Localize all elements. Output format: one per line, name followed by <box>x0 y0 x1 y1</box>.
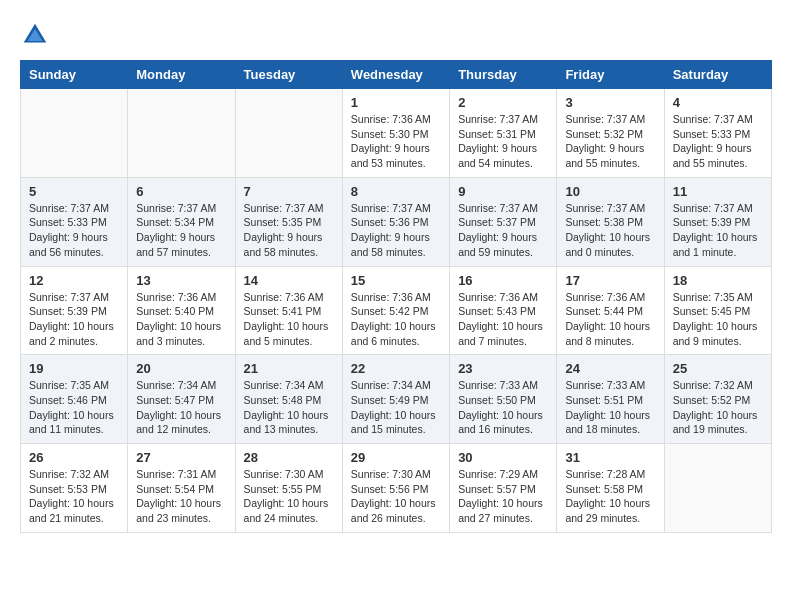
day-info: Sunrise: 7:36 AMSunset: 5:41 PMDaylight:… <box>244 290 334 349</box>
day-number: 21 <box>244 361 334 376</box>
day-number: 28 <box>244 450 334 465</box>
day-info: Sunrise: 7:37 AMSunset: 5:31 PMDaylight:… <box>458 112 548 171</box>
day-info: Sunrise: 7:30 AMSunset: 5:56 PMDaylight:… <box>351 467 441 526</box>
day-info: Sunrise: 7:33 AMSunset: 5:50 PMDaylight:… <box>458 378 548 437</box>
calendar-day-cell: 4Sunrise: 7:37 AMSunset: 5:33 PMDaylight… <box>664 89 771 178</box>
day-number: 3 <box>565 95 655 110</box>
day-number: 1 <box>351 95 441 110</box>
calendar-day-cell: 9Sunrise: 7:37 AMSunset: 5:37 PMDaylight… <box>450 177 557 266</box>
day-number: 22 <box>351 361 441 376</box>
calendar-day-cell: 23Sunrise: 7:33 AMSunset: 5:50 PMDayligh… <box>450 355 557 444</box>
day-info: Sunrise: 7:34 AMSunset: 5:47 PMDaylight:… <box>136 378 226 437</box>
day-info: Sunrise: 7:36 AMSunset: 5:40 PMDaylight:… <box>136 290 226 349</box>
day-info: Sunrise: 7:33 AMSunset: 5:51 PMDaylight:… <box>565 378 655 437</box>
day-number: 4 <box>673 95 763 110</box>
calendar-day-cell: 14Sunrise: 7:36 AMSunset: 5:41 PMDayligh… <box>235 266 342 355</box>
calendar-day-cell: 12Sunrise: 7:37 AMSunset: 5:39 PMDayligh… <box>21 266 128 355</box>
day-info: Sunrise: 7:37 AMSunset: 5:37 PMDaylight:… <box>458 201 548 260</box>
calendar-day-cell: 7Sunrise: 7:37 AMSunset: 5:35 PMDaylight… <box>235 177 342 266</box>
day-info: Sunrise: 7:36 AMSunset: 5:42 PMDaylight:… <box>351 290 441 349</box>
calendar-day-cell: 10Sunrise: 7:37 AMSunset: 5:38 PMDayligh… <box>557 177 664 266</box>
day-info: Sunrise: 7:37 AMSunset: 5:33 PMDaylight:… <box>673 112 763 171</box>
day-number: 14 <box>244 273 334 288</box>
page-header <box>20 20 772 50</box>
day-number: 12 <box>29 273 119 288</box>
calendar-day-cell: 28Sunrise: 7:30 AMSunset: 5:55 PMDayligh… <box>235 444 342 533</box>
day-info: Sunrise: 7:36 AMSunset: 5:44 PMDaylight:… <box>565 290 655 349</box>
day-number: 8 <box>351 184 441 199</box>
calendar-day-cell: 3Sunrise: 7:37 AMSunset: 5:32 PMDaylight… <box>557 89 664 178</box>
day-info: Sunrise: 7:37 AMSunset: 5:32 PMDaylight:… <box>565 112 655 171</box>
day-number: 15 <box>351 273 441 288</box>
day-number: 23 <box>458 361 548 376</box>
day-number: 17 <box>565 273 655 288</box>
day-number: 5 <box>29 184 119 199</box>
day-number: 18 <box>673 273 763 288</box>
calendar-week-row: 19Sunrise: 7:35 AMSunset: 5:46 PMDayligh… <box>21 355 772 444</box>
calendar-week-row: 1Sunrise: 7:36 AMSunset: 5:30 PMDaylight… <box>21 89 772 178</box>
day-number: 16 <box>458 273 548 288</box>
calendar-day-cell: 26Sunrise: 7:32 AMSunset: 5:53 PMDayligh… <box>21 444 128 533</box>
calendar-day-cell: 24Sunrise: 7:33 AMSunset: 5:51 PMDayligh… <box>557 355 664 444</box>
calendar-day-cell: 13Sunrise: 7:36 AMSunset: 5:40 PMDayligh… <box>128 266 235 355</box>
day-number: 26 <box>29 450 119 465</box>
calendar-day-cell <box>21 89 128 178</box>
day-info: Sunrise: 7:35 AMSunset: 5:46 PMDaylight:… <box>29 378 119 437</box>
day-info: Sunrise: 7:37 AMSunset: 5:35 PMDaylight:… <box>244 201 334 260</box>
day-number: 6 <box>136 184 226 199</box>
calendar-day-cell <box>664 444 771 533</box>
day-number: 11 <box>673 184 763 199</box>
weekday-header: Tuesday <box>235 61 342 89</box>
day-number: 13 <box>136 273 226 288</box>
day-number: 7 <box>244 184 334 199</box>
day-info: Sunrise: 7:35 AMSunset: 5:45 PMDaylight:… <box>673 290 763 349</box>
day-number: 19 <box>29 361 119 376</box>
weekday-header: Monday <box>128 61 235 89</box>
day-info: Sunrise: 7:32 AMSunset: 5:53 PMDaylight:… <box>29 467 119 526</box>
calendar-day-cell: 8Sunrise: 7:37 AMSunset: 5:36 PMDaylight… <box>342 177 449 266</box>
calendar-day-cell: 25Sunrise: 7:32 AMSunset: 5:52 PMDayligh… <box>664 355 771 444</box>
day-number: 24 <box>565 361 655 376</box>
calendar-day-cell <box>235 89 342 178</box>
day-number: 27 <box>136 450 226 465</box>
weekday-header: Sunday <box>21 61 128 89</box>
calendar-day-cell: 31Sunrise: 7:28 AMSunset: 5:58 PMDayligh… <box>557 444 664 533</box>
weekday-header: Wednesday <box>342 61 449 89</box>
day-info: Sunrise: 7:31 AMSunset: 5:54 PMDaylight:… <box>136 467 226 526</box>
day-info: Sunrise: 7:29 AMSunset: 5:57 PMDaylight:… <box>458 467 548 526</box>
day-info: Sunrise: 7:36 AMSunset: 5:30 PMDaylight:… <box>351 112 441 171</box>
day-info: Sunrise: 7:37 AMSunset: 5:36 PMDaylight:… <box>351 201 441 260</box>
weekday-header: Saturday <box>664 61 771 89</box>
calendar-day-cell: 11Sunrise: 7:37 AMSunset: 5:39 PMDayligh… <box>664 177 771 266</box>
calendar-day-cell: 20Sunrise: 7:34 AMSunset: 5:47 PMDayligh… <box>128 355 235 444</box>
day-number: 2 <box>458 95 548 110</box>
day-number: 9 <box>458 184 548 199</box>
day-number: 25 <box>673 361 763 376</box>
weekday-header: Thursday <box>450 61 557 89</box>
calendar-day-cell: 1Sunrise: 7:36 AMSunset: 5:30 PMDaylight… <box>342 89 449 178</box>
logo <box>20 20 54 50</box>
day-number: 10 <box>565 184 655 199</box>
day-info: Sunrise: 7:37 AMSunset: 5:34 PMDaylight:… <box>136 201 226 260</box>
day-info: Sunrise: 7:34 AMSunset: 5:48 PMDaylight:… <box>244 378 334 437</box>
calendar-day-cell: 17Sunrise: 7:36 AMSunset: 5:44 PMDayligh… <box>557 266 664 355</box>
day-info: Sunrise: 7:37 AMSunset: 5:39 PMDaylight:… <box>673 201 763 260</box>
calendar-day-cell: 22Sunrise: 7:34 AMSunset: 5:49 PMDayligh… <box>342 355 449 444</box>
day-info: Sunrise: 7:37 AMSunset: 5:33 PMDaylight:… <box>29 201 119 260</box>
calendar-day-cell: 29Sunrise: 7:30 AMSunset: 5:56 PMDayligh… <box>342 444 449 533</box>
calendar-day-cell: 18Sunrise: 7:35 AMSunset: 5:45 PMDayligh… <box>664 266 771 355</box>
weekday-header: Friday <box>557 61 664 89</box>
day-number: 31 <box>565 450 655 465</box>
calendar-day-cell: 15Sunrise: 7:36 AMSunset: 5:42 PMDayligh… <box>342 266 449 355</box>
day-info: Sunrise: 7:30 AMSunset: 5:55 PMDaylight:… <box>244 467 334 526</box>
calendar-week-row: 5Sunrise: 7:37 AMSunset: 5:33 PMDaylight… <box>21 177 772 266</box>
day-number: 29 <box>351 450 441 465</box>
calendar-day-cell: 6Sunrise: 7:37 AMSunset: 5:34 PMDaylight… <box>128 177 235 266</box>
calendar-day-cell: 5Sunrise: 7:37 AMSunset: 5:33 PMDaylight… <box>21 177 128 266</box>
day-number: 20 <box>136 361 226 376</box>
weekday-header-row: SundayMondayTuesdayWednesdayThursdayFrid… <box>21 61 772 89</box>
logo-icon <box>20 20 50 50</box>
calendar-day-cell: 19Sunrise: 7:35 AMSunset: 5:46 PMDayligh… <box>21 355 128 444</box>
calendar-table: SundayMondayTuesdayWednesdayThursdayFrid… <box>20 60 772 533</box>
calendar-day-cell <box>128 89 235 178</box>
